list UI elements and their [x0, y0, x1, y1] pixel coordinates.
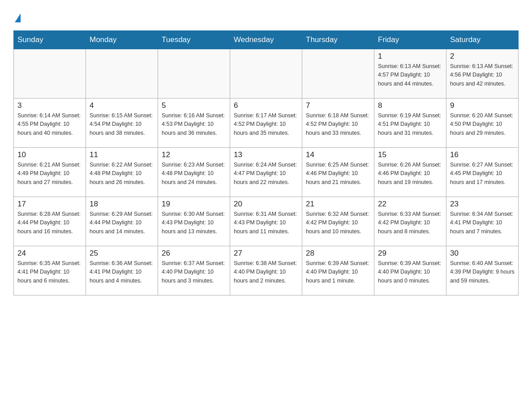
- day-info: Sunrise: 6:26 AM Sunset: 4:46 PM Dayligh…: [378, 161, 442, 187]
- calendar-cell: 20Sunrise: 6:31 AM Sunset: 4:43 PM Dayli…: [230, 197, 302, 246]
- calendar-cell: 29Sunrise: 6:39 AM Sunset: 4:40 PM Dayli…: [374, 246, 446, 295]
- day-info: Sunrise: 6:30 AM Sunset: 4:43 PM Dayligh…: [162, 210, 226, 236]
- day-number: 17: [17, 200, 82, 209]
- day-number: 14: [306, 150, 370, 159]
- day-number: 23: [450, 200, 515, 209]
- calendar-cell: 12Sunrise: 6:23 AM Sunset: 4:48 PM Dayli…: [158, 148, 230, 197]
- calendar-cell: 7Sunrise: 6:18 AM Sunset: 4:52 PM Daylig…: [302, 98, 374, 148]
- day-info: Sunrise: 6:38 AM Sunset: 4:40 PM Dayligh…: [234, 259, 298, 285]
- week-row-4: 17Sunrise: 6:28 AM Sunset: 4:44 PM Dayli…: [14, 197, 519, 246]
- calendar-cell: 24Sunrise: 6:35 AM Sunset: 4:41 PM Dayli…: [14, 246, 86, 295]
- day-info: Sunrise: 6:33 AM Sunset: 4:42 PM Dayligh…: [378, 210, 442, 236]
- day-number: 13: [234, 150, 298, 159]
- calendar-cell: 18Sunrise: 6:29 AM Sunset: 4:44 PM Dayli…: [86, 197, 158, 246]
- calendar-cell: 1Sunrise: 6:13 AM Sunset: 4:57 PM Daylig…: [374, 49, 446, 98]
- week-row-2: 3Sunrise: 6:14 AM Sunset: 4:55 PM Daylig…: [14, 98, 519, 148]
- calendar-cell: [302, 49, 374, 98]
- weekday-header-thursday: Thursday: [302, 31, 374, 49]
- day-info: Sunrise: 6:20 AM Sunset: 4:50 PM Dayligh…: [450, 111, 515, 137]
- calendar-table: SundayMondayTuesdayWednesdayThursdayFrid…: [13, 30, 519, 295]
- day-info: Sunrise: 6:32 AM Sunset: 4:42 PM Dayligh…: [306, 210, 370, 236]
- week-row-5: 24Sunrise: 6:35 AM Sunset: 4:41 PM Dayli…: [14, 246, 519, 295]
- day-info: Sunrise: 6:23 AM Sunset: 4:48 PM Dayligh…: [162, 161, 226, 187]
- day-number: 6: [234, 101, 298, 110]
- day-info: Sunrise: 6:13 AM Sunset: 4:56 PM Dayligh…: [450, 62, 515, 88]
- day-info: Sunrise: 6:37 AM Sunset: 4:40 PM Dayligh…: [162, 259, 226, 285]
- weekday-header-sunday: Sunday: [14, 31, 86, 49]
- day-info: Sunrise: 6:39 AM Sunset: 4:40 PM Dayligh…: [378, 259, 442, 285]
- calendar-cell: 4Sunrise: 6:15 AM Sunset: 4:54 PM Daylig…: [86, 98, 158, 148]
- day-number: 12: [162, 150, 226, 159]
- calendar-cell: 8Sunrise: 6:19 AM Sunset: 4:51 PM Daylig…: [374, 98, 446, 148]
- day-number: 5: [162, 101, 226, 110]
- day-number: 28: [306, 249, 370, 258]
- logo: [13, 13, 21, 21]
- day-number: 2: [450, 52, 515, 61]
- calendar-cell: 16Sunrise: 6:27 AM Sunset: 4:45 PM Dayli…: [446, 148, 519, 197]
- day-info: Sunrise: 6:22 AM Sunset: 4:48 PM Dayligh…: [90, 161, 154, 187]
- calendar-cell: 21Sunrise: 6:32 AM Sunset: 4:42 PM Dayli…: [302, 197, 374, 246]
- calendar-cell: 26Sunrise: 6:37 AM Sunset: 4:40 PM Dayli…: [158, 246, 230, 295]
- calendar-cell: 10Sunrise: 6:21 AM Sunset: 4:49 PM Dayli…: [14, 148, 86, 197]
- calendar-cell: 25Sunrise: 6:36 AM Sunset: 4:41 PM Dayli…: [86, 246, 158, 295]
- page-header: [13, 13, 519, 21]
- day-info: Sunrise: 6:27 AM Sunset: 4:45 PM Dayligh…: [450, 161, 515, 187]
- calendar-cell: 28Sunrise: 6:39 AM Sunset: 4:40 PM Dayli…: [302, 246, 374, 295]
- calendar-cell: [14, 49, 86, 98]
- day-info: Sunrise: 6:39 AM Sunset: 4:40 PM Dayligh…: [306, 259, 370, 285]
- day-number: 27: [234, 249, 298, 258]
- day-number: 24: [17, 249, 82, 258]
- calendar-cell: 19Sunrise: 6:30 AM Sunset: 4:43 PM Dayli…: [158, 197, 230, 246]
- weekday-header-wednesday: Wednesday: [230, 31, 302, 49]
- week-row-1: 1Sunrise: 6:13 AM Sunset: 4:57 PM Daylig…: [14, 49, 519, 98]
- day-number: 11: [90, 150, 154, 159]
- day-info: Sunrise: 6:19 AM Sunset: 4:51 PM Dayligh…: [378, 111, 442, 137]
- day-number: 22: [378, 200, 442, 209]
- day-info: Sunrise: 6:28 AM Sunset: 4:44 PM Dayligh…: [17, 210, 82, 236]
- calendar-cell: 2Sunrise: 6:13 AM Sunset: 4:56 PM Daylig…: [446, 49, 519, 98]
- calendar-cell: [158, 49, 230, 98]
- calendar-cell: 3Sunrise: 6:14 AM Sunset: 4:55 PM Daylig…: [14, 98, 86, 148]
- day-number: 4: [90, 101, 154, 110]
- day-number: 20: [234, 200, 298, 209]
- day-number: 21: [306, 200, 370, 209]
- day-info: Sunrise: 6:24 AM Sunset: 4:47 PM Dayligh…: [234, 161, 298, 187]
- day-info: Sunrise: 6:40 AM Sunset: 4:39 PM Dayligh…: [450, 259, 515, 285]
- day-info: Sunrise: 6:25 AM Sunset: 4:46 PM Dayligh…: [306, 161, 370, 187]
- day-number: 10: [17, 150, 82, 159]
- weekday-header-friday: Friday: [374, 31, 446, 49]
- calendar-cell: [230, 49, 302, 98]
- day-info: Sunrise: 6:16 AM Sunset: 4:53 PM Dayligh…: [162, 111, 226, 137]
- calendar-cell: 23Sunrise: 6:34 AM Sunset: 4:41 PM Dayli…: [446, 197, 519, 246]
- day-number: 29: [378, 249, 442, 258]
- calendar-cell: 9Sunrise: 6:20 AM Sunset: 4:50 PM Daylig…: [446, 98, 519, 148]
- day-info: Sunrise: 6:31 AM Sunset: 4:43 PM Dayligh…: [234, 210, 298, 236]
- day-number: 25: [90, 249, 154, 258]
- day-number: 15: [378, 150, 442, 159]
- day-info: Sunrise: 6:36 AM Sunset: 4:41 PM Dayligh…: [90, 259, 154, 285]
- day-info: Sunrise: 6:17 AM Sunset: 4:52 PM Dayligh…: [234, 111, 298, 137]
- day-number: 19: [162, 200, 226, 209]
- calendar-cell: 13Sunrise: 6:24 AM Sunset: 4:47 PM Dayli…: [230, 148, 302, 197]
- calendar-cell: [86, 49, 158, 98]
- day-number: 16: [450, 150, 515, 159]
- day-number: 9: [450, 101, 515, 110]
- day-number: 26: [162, 249, 226, 258]
- calendar-cell: 22Sunrise: 6:33 AM Sunset: 4:42 PM Dayli…: [374, 197, 446, 246]
- calendar-cell: 5Sunrise: 6:16 AM Sunset: 4:53 PM Daylig…: [158, 98, 230, 148]
- day-number: 3: [17, 101, 82, 110]
- weekday-header-tuesday: Tuesday: [158, 31, 230, 49]
- day-info: Sunrise: 6:29 AM Sunset: 4:44 PM Dayligh…: [90, 210, 154, 236]
- day-info: Sunrise: 6:15 AM Sunset: 4:54 PM Dayligh…: [90, 111, 154, 137]
- day-info: Sunrise: 6:35 AM Sunset: 4:41 PM Dayligh…: [17, 259, 82, 285]
- day-number: 8: [378, 101, 442, 110]
- calendar-cell: 27Sunrise: 6:38 AM Sunset: 4:40 PM Dayli…: [230, 246, 302, 295]
- weekday-header-saturday: Saturday: [446, 31, 519, 49]
- calendar-cell: 30Sunrise: 6:40 AM Sunset: 4:39 PM Dayli…: [446, 246, 519, 295]
- day-info: Sunrise: 6:18 AM Sunset: 4:52 PM Dayligh…: [306, 111, 370, 137]
- day-info: Sunrise: 6:21 AM Sunset: 4:49 PM Dayligh…: [17, 161, 82, 187]
- weekday-header-monday: Monday: [86, 31, 158, 49]
- calendar-cell: 17Sunrise: 6:28 AM Sunset: 4:44 PM Dayli…: [14, 197, 86, 246]
- day-number: 7: [306, 101, 370, 110]
- weekday-header-row: SundayMondayTuesdayWednesdayThursdayFrid…: [14, 31, 519, 49]
